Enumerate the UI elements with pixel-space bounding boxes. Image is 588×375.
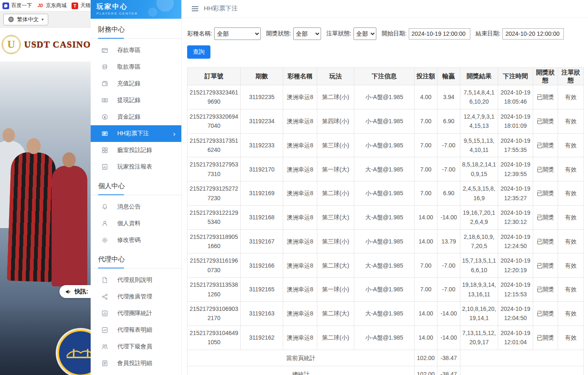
cell-bet_info: 小-A盤@1.985 [354, 133, 415, 157]
cell-draw_status: 已開獎 [533, 133, 558, 157]
cell-period: 31192168 [241, 205, 283, 229]
summary-win-loss: -38.47 [437, 366, 460, 375]
filter-label: 注單狀態: [326, 30, 351, 37]
cell-bet_amount: 7.00 [415, 133, 437, 157]
cell-bet_time: 2024-10-19 12:15:53 [498, 278, 533, 302]
cell-lottery: 澳洲幸运8 [283, 181, 317, 206]
sidebar-item[interactable]: 取款專區 [91, 59, 181, 75]
filter-group: 注單狀態:全部 [326, 27, 376, 40]
page-title: HH彩票下注 [204, 5, 238, 12]
table-row: 215217293317351624031192233澳洲幸运8第三球(小)小-… [188, 133, 584, 157]
hero-player-figure [7, 151, 57, 282]
cell-order_no: 2152172933206947040 [188, 109, 241, 133]
sidebar-nav: 財務中心存款專區取款專區充值記錄提現記錄資金記錄HH彩票下注›廳室投註記錄玩家投… [91, 19, 181, 375]
column-header: 注單狀態 [558, 68, 584, 85]
sidebar-item[interactable]: 代理報表明細 [91, 322, 181, 338]
globe-icon [8, 16, 14, 22]
bookmark-item[interactable]: T天猫 [72, 2, 91, 9]
cell-result: 7,5,14,8,4,16,10,20 [460, 85, 498, 109]
main-panel: HH彩票下注 彩種名稱:全部開獎狀態:全部注單狀態:全部開始日期:結束日期: 查… [182, 0, 588, 375]
cell-bet_time: 2024-10-19 12:39:55 [498, 157, 533, 181]
cell-bet_info: 小-A盤@1.985 [354, 229, 415, 253]
end-date-input[interactable] [502, 28, 564, 40]
bets-table: 訂單號期數彩種名稱玩法下注信息投注額輸贏開獎結果下注時間開獎狀態注單狀態 215… [187, 67, 584, 375]
start-date-input[interactable] [409, 28, 470, 40]
column-header: 彩種名稱 [283, 68, 317, 85]
site-logo[interactable]: U USDT CASINO [0, 27, 91, 62]
language-row: 繁体中文 ▾ [0, 12, 91, 27]
column-header: 下注時間 [498, 68, 533, 85]
cell-play: 第二球(大) [317, 302, 354, 326]
cell-bet_info: 小-A盤@1.985 [354, 109, 415, 133]
cell-order_no: 2152172933173516240 [188, 133, 241, 157]
cell-result: 2,10,8,16,20,19,14,1 [460, 302, 498, 326]
cell-bet_amount: 7.00 [415, 278, 437, 302]
cell-order_status: 有效 [558, 109, 584, 133]
cell-period: 31192170 [241, 157, 283, 181]
sidebar-item-label: 存款專區 [117, 47, 141, 54]
cell-bet_info: 小-A盤@1.985 [354, 181, 415, 206]
cell-bet_info: 小-A盤@1.985 [354, 278, 415, 302]
sidebar-item[interactable]: HH彩票下注› [91, 125, 181, 142]
summary-bet-amount: 102.00 [415, 366, 437, 375]
language-selector-button[interactable]: 繁体中文 ▾ [3, 14, 48, 25]
lottery-name-select[interactable]: 全部 [214, 27, 261, 40]
cell-bet_amount: 14.00 [415, 302, 437, 326]
cell-draw_status: 已開獎 [533, 302, 558, 326]
cell-bet_amount: 7.00 [415, 181, 437, 206]
sidebar-item[interactable]: 代理團隊統計 [91, 305, 181, 322]
cell-win_loss: -14.00 [437, 205, 460, 229]
sidebar-item[interactable]: 廳室投註記錄 [91, 142, 181, 159]
recharge-wallet-icon [101, 80, 108, 87]
sidebar-item[interactable]: 代理推廣管理 [91, 288, 181, 305]
sidebar-item[interactable]: 代理規則說明 [91, 272, 181, 288]
cell-period: 31192233 [241, 133, 283, 157]
sidebar-item[interactable]: 玩家投注報表 [91, 159, 181, 175]
draw-status-select[interactable]: 全部 [293, 27, 321, 40]
language-label: 繁体中文 [17, 16, 39, 23]
sidebar-item[interactable]: 充值記錄 [91, 75, 181, 92]
bookmark-item[interactable]: JD京东商城 [37, 2, 67, 9]
cell-draw_status: 已開獎 [533, 109, 558, 133]
cell-win_loss: -14.00 [437, 325, 460, 350]
sidebar-item[interactable]: 代理下級會員 [91, 338, 181, 355]
cell-play: 第三球(小) [317, 229, 354, 253]
bookmark-item[interactable]: 百度一下 [2, 2, 32, 9]
cell-draw_status: 已開獎 [533, 157, 558, 181]
hero-player-figure [52, 166, 87, 286]
order-status-select[interactable]: 全部 [353, 27, 376, 40]
hamburger-icon[interactable] [192, 6, 198, 11]
news-ticker[interactable]: 快訊: [59, 285, 91, 298]
column-header: 投注額 [415, 68, 437, 85]
summary-label: 總統計 [188, 366, 415, 375]
sidebar-item-label: 代理規則說明 [117, 276, 152, 284]
table-row: 215217293122129534031192168澳洲幸运8第三球(大)大-… [188, 205, 584, 229]
sidebar-item[interactable]: 會員投註明細 [91, 355, 181, 372]
cell-result: 9,5,15,1,13,4,10,11 [460, 133, 498, 157]
sidebar-item[interactable]: 個人資料 [91, 215, 181, 232]
cell-period: 31192163 [241, 302, 283, 326]
column-header: 輸贏 [437, 68, 460, 85]
cell-bet_info: 大-A盤@1.985 [354, 253, 415, 278]
sidebar-item-label: 取款專區 [117, 63, 141, 71]
sidebar-item[interactable]: 消息公告 [91, 199, 181, 215]
sidebar-item[interactable]: 存款專區 [91, 42, 181, 59]
table-row: 215217293323461969031192235澳洲幸运8第二球(小)小-… [188, 85, 584, 109]
jd-icon: JD [37, 2, 44, 9]
table-header-row: 訂單號期數彩種名稱玩法下注信息投注額輸贏開獎結果下注時間開獎狀態注單狀態 [188, 68, 584, 85]
summary-empty [460, 350, 584, 366]
cell-bet_amount: 7.00 [415, 253, 437, 278]
query-button[interactable]: 查詢 [187, 45, 210, 59]
cell-win_loss: -7.00 [437, 133, 460, 157]
sidebar-item-label: 代理報表明細 [117, 326, 152, 334]
filter-group: 彩種名稱:全部 [187, 27, 261, 40]
sidebar-item[interactable]: 修改密碼 [91, 232, 181, 248]
sidebar-item[interactable]: 提現記錄 [91, 92, 181, 109]
sidebar-item[interactable]: 資金記錄 [91, 109, 181, 125]
cell-bet_info: 大-A盤@1.985 [354, 157, 415, 181]
bet-report-icon [101, 164, 108, 170]
sidebar-item-label: 廳室投註記錄 [117, 147, 152, 154]
logo-text: USDT CASINO [24, 39, 91, 50]
sidebar-item[interactable]: 會員交易明細 [91, 372, 181, 375]
bookmark-label: 天猫 [80, 2, 91, 9]
